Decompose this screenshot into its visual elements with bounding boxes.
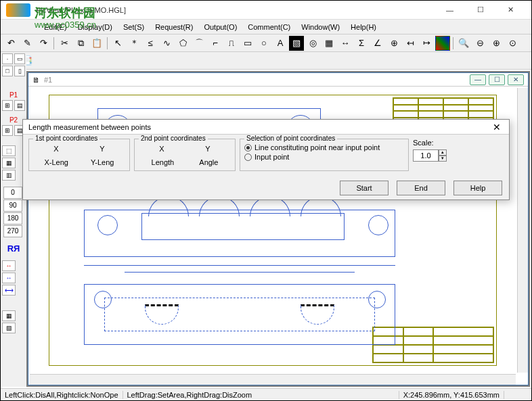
menu-output[interactable]: Output(O) <box>198 22 242 32</box>
first-y-header: Y <box>99 145 104 153</box>
layer-tool-3[interactable]: ▥ <box>2 170 16 181</box>
angle-icon[interactable]: ∠ <box>370 36 385 51</box>
p1-tool-1[interactable]: ⊞ <box>2 100 13 111</box>
maximize-button[interactable]: ☐ <box>465 1 495 20</box>
circle-icon[interactable]: ○ <box>257 36 271 51</box>
misc-tool-1[interactable]: ▦ <box>2 310 16 321</box>
measure-tool-2[interactable]: ↔ <box>2 273 16 283</box>
undo-icon[interactable]: ↶ <box>3 36 18 51</box>
shape1-icon[interactable]: ⌐ <box>208 36 223 51</box>
scale-spin-up[interactable]: ▴ <box>439 149 447 156</box>
dialog-title: Length measurement between points <box>28 123 490 131</box>
edit-icon[interactable]: ✎ <box>20 36 35 51</box>
polyline-icon[interactable]: ≤ <box>143 36 158 51</box>
sum-icon[interactable]: Σ <box>354 36 369 51</box>
help-button[interactable]: Help <box>453 181 502 195</box>
paste-icon[interactable]: 📋 <box>89 36 104 51</box>
radio-line-point[interactable]: Line constituting point near input point <box>244 143 404 151</box>
rotate-0-button[interactable]: 0 <box>3 187 22 199</box>
p1-label: P1 <box>1 91 26 99</box>
zoom-in-icon[interactable]: ⊕ <box>489 36 504 51</box>
menu-window[interactable]: Window(W) <box>296 22 345 32</box>
p1-tool-2[interactable]: ▤ <box>14 100 25 111</box>
vtool-3[interactable]: □ <box>2 66 13 76</box>
child-maximize-button[interactable]: ☐ <box>489 74 505 85</box>
redo-icon[interactable]: ↷ <box>36 36 51 51</box>
arc-icon[interactable]: ⌒ <box>192 36 206 51</box>
first-point-group: 1st point coordinates X Y X-Leng Y-Leng <box>28 139 130 171</box>
measure-tool-3[interactable]: ⟷ <box>2 285 16 296</box>
scale-label: Scale: <box>413 139 453 147</box>
menu-help[interactable]: Help(H) <box>345 22 382 32</box>
horizontal-scrollbar[interactable] <box>30 374 516 385</box>
measure-tool-1[interactable]: ↔ <box>2 260 16 271</box>
scale-input[interactable] <box>413 149 439 162</box>
menu-request[interactable]: Request(R) <box>150 22 198 32</box>
dialog-close-button[interactable]: ✕ <box>490 120 504 134</box>
rect-icon[interactable]: ▭ <box>240 36 255 51</box>
close-button[interactable]: ✕ <box>495 1 526 20</box>
palette-icon[interactable] <box>435 36 450 51</box>
text-icon[interactable]: A <box>273 36 288 51</box>
xleng-label: X-Leng <box>45 158 68 166</box>
menu-edit[interactable]: Edit(E) <box>39 22 72 32</box>
center-icon[interactable]: ⊕ <box>386 36 401 51</box>
polygon-icon[interactable]: ⬠ <box>175 36 190 51</box>
menu-display[interactable]: Display(D) <box>72 22 118 32</box>
child-close-button[interactable]: ✕ <box>508 74 524 85</box>
start-button[interactable]: Start <box>340 181 389 195</box>
menu-comment[interactable]: Comment(C) <box>242 22 296 32</box>
status-coordinates: X:245.896mm, Y:415.653mm <box>399 391 504 399</box>
layer-tool-1[interactable]: ⬚ <box>2 145 16 156</box>
menubar: Edit(E) Display(D) Set(S) Request(R) Out… <box>1 20 531 34</box>
rotate-90-button[interactable]: 90 <box>3 199 22 212</box>
second-y-header: Y <box>205 145 210 153</box>
mirror-label[interactable]: RЯ <box>1 243 26 254</box>
length-measurement-dialog: Length measurement between points ✕ 1st … <box>22 119 510 200</box>
child-titlebar: 🗎 #1 — ☐ ✕ <box>28 73 528 87</box>
menu-set[interactable]: Set(S) <box>118 22 150 32</box>
arrow1-icon[interactable]: ↤ <box>403 36 418 51</box>
radio-line-point-icon[interactable] <box>244 144 252 151</box>
image-icon[interactable]: ▦ <box>322 36 336 51</box>
scale-spin-down[interactable]: ▾ <box>439 156 447 162</box>
radio-input-point[interactable]: Input point <box>244 153 404 161</box>
radio-line-point-label: Line constituting point near input point <box>254 143 380 151</box>
p2-tool-1[interactable]: ⊞ <box>2 125 13 136</box>
selection-group: Selection of point coordinates Line cons… <box>240 139 409 171</box>
second-point-group: 2nd point coordinates X Y Length Angle <box>134 139 236 171</box>
left-toolbar: · ▭ □ ▯ P1 ⊞ ▤ P2 ⊞ ▤ ⬚ ▦ ▥ 0 90 180 270… <box>1 52 26 387</box>
zoom-area-icon[interactable]: 🔍 <box>456 36 471 51</box>
status-click-hint: LeftClick:DisAll,Rightclick:NonOpe <box>1 391 123 399</box>
angle-label: Angle <box>199 158 218 166</box>
layer-tool-2[interactable]: ▦ <box>2 158 16 168</box>
dim-icon[interactable]: ↔ <box>338 36 353 51</box>
vtool-2[interactable]: ▭ <box>14 53 25 64</box>
zoom-out-icon[interactable]: ⊖ <box>472 36 487 51</box>
misc-tool-2[interactable]: ▧ <box>2 323 16 333</box>
vtool-4[interactable]: ▯ <box>14 66 25 76</box>
copy-icon[interactable]: ⧉ <box>73 36 88 51</box>
cut-icon[interactable]: ✂ <box>57 36 72 51</box>
curve-icon[interactable]: ∿ <box>159 36 174 51</box>
cursor-icon[interactable]: ↖ <box>110 36 125 51</box>
line-icon[interactable]: ＊ <box>127 36 141 51</box>
fill-icon[interactable]: ▧ <box>289 36 304 51</box>
shape2-icon[interactable]: ⎍ <box>224 36 239 51</box>
vertical-scrollbar[interactable] <box>517 88 528 373</box>
app-logo-icon <box>6 3 30 17</box>
rotate-270-button[interactable]: 270 <box>3 225 22 237</box>
zoom-fit-icon[interactable]: ⊙ <box>505 36 520 51</box>
vtool-1[interactable]: · <box>2 53 13 64</box>
end-button[interactable]: End <box>397 181 445 195</box>
rotate-180-button[interactable]: 180 <box>3 212 22 225</box>
radio-input-point-icon[interactable] <box>244 154 252 161</box>
scale-group: Scale: ▴ ▾ <box>413 139 453 171</box>
selection-label: Selection of point coordinates <box>244 135 337 142</box>
dialog-titlebar[interactable]: Length measurement between points ✕ <box>23 120 509 135</box>
toolbar-row-2: 📂 📑 <box>1 52 531 70</box>
minimize-button[interactable]: — <box>435 1 465 20</box>
child-minimize-button[interactable]: — <box>470 74 486 85</box>
arrow2-icon[interactable]: ↦ <box>419 36 434 51</box>
target-icon[interactable]: ◎ <box>305 36 320 51</box>
